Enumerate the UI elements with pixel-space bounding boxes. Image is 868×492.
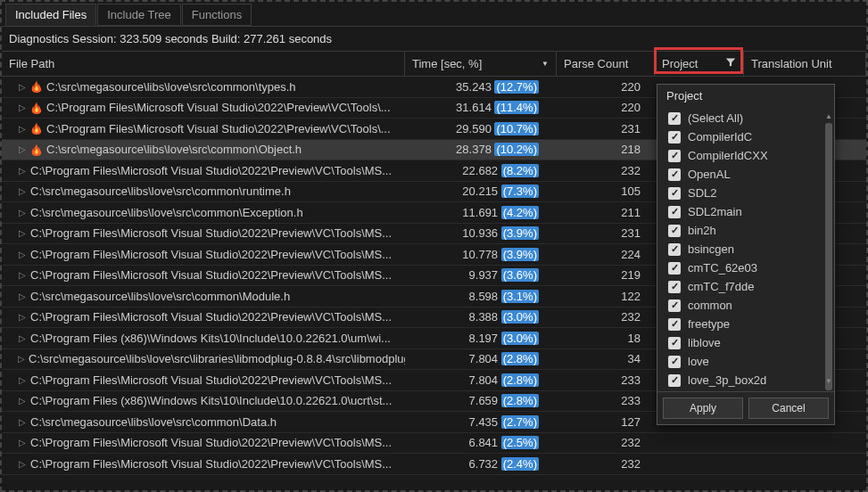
- filter-item-label: liblove: [688, 336, 721, 349]
- checkbox-icon[interactable]: ✓: [668, 225, 681, 237]
- cell-time: 8.388 (3.0%): [405, 308, 557, 325]
- filter-item[interactable]: ✓(Select All): [663, 109, 829, 127]
- checkbox-icon[interactable]: ✓: [668, 112, 681, 125]
- cell-time: 22.682 (8.2%): [405, 162, 557, 179]
- cell-path: ▷C:\Program Files\Microsoft Visual Studi…: [2, 455, 405, 472]
- filter-item[interactable]: ✓bsincgen: [663, 240, 829, 258]
- pct-badge: (2.4%): [501, 457, 539, 471]
- expand-icon[interactable]: ▷: [18, 313, 27, 322]
- pct-badge: (10.2%): [494, 143, 539, 156]
- cell-path: ▷C:\Program Files (x86)\Windows Kits\10\…: [2, 392, 405, 409]
- pct-badge: (3.0%): [501, 310, 539, 324]
- expand-icon[interactable]: ▷: [18, 291, 27, 300]
- file-path-text: C:\Program Files\Microsoft Visual Studio…: [30, 226, 392, 240]
- col-header-parse[interactable]: Parse Count: [557, 52, 655, 76]
- cell-time: 6.732 (2.4%): [405, 455, 557, 472]
- checkbox-icon[interactable]: ✓: [668, 337, 681, 349]
- filter-item[interactable]: ✓love: [663, 352, 829, 371]
- filter-item[interactable]: ✓CompilerIdCXX: [663, 146, 829, 165]
- checkbox-icon[interactable]: ✓: [668, 243, 681, 256]
- expand-icon[interactable]: ▷: [18, 166, 27, 175]
- filter-item[interactable]: ✓common: [663, 296, 829, 315]
- filter-item[interactable]: ✓liblove: [663, 333, 829, 352]
- expand-icon[interactable]: ▷: [18, 187, 27, 196]
- filter-item[interactable]: ✓SDL2main: [663, 202, 829, 221]
- pct-badge: (11.4%): [494, 101, 539, 114]
- scroll-down-icon[interactable]: ▼: [825, 377, 832, 386]
- expand-icon[interactable]: ▷: [18, 417, 27, 426]
- cell-parse: 220: [557, 99, 655, 116]
- tab-included-files[interactable]: Included Files: [5, 4, 96, 26]
- cell-path: ▷C:\src\megasource\libs\love\src\common\…: [2, 141, 405, 158]
- filter-item[interactable]: ✓love_3p_box2d: [663, 371, 829, 390]
- expand-icon[interactable]: ▷: [18, 439, 27, 447]
- file-path-text: C:\Program Files (x86)\Windows Kits\10\I…: [30, 394, 392, 407]
- filter-item-label: cmTC_f7dde: [688, 280, 754, 293]
- checkbox-icon[interactable]: ✓: [668, 356, 681, 368]
- sort-desc-icon: ▼: [541, 60, 549, 68]
- expand-icon[interactable]: ▷: [18, 459, 27, 468]
- col-header-time[interactable]: Time [sec, %]▼: [405, 52, 557, 76]
- filter-item[interactable]: ✓CompilerIdC: [663, 127, 829, 146]
- expand-icon[interactable]: ▷: [18, 82, 27, 91]
- scroll-up-icon[interactable]: ▲: [825, 112, 832, 121]
- checkbox-icon[interactable]: ✓: [668, 281, 681, 293]
- filter-item[interactable]: ✓OpenAL: [663, 165, 829, 184]
- file-path-text: C:\Program Files\Microsoft Visual Studio…: [46, 122, 391, 135]
- file-path-text: C:\Program Files\Microsoft Visual Studio…: [30, 457, 392, 471]
- expand-icon[interactable]: ▷: [18, 271, 27, 280]
- expand-icon[interactable]: ▷: [18, 208, 27, 217]
- file-path-text: C:\Program Files (x86)\Windows Kits\10\I…: [30, 332, 391, 345]
- checkbox-icon[interactable]: ✓: [668, 262, 681, 275]
- pct-badge: (8.2%): [501, 164, 539, 177]
- col-header-path[interactable]: File Path: [2, 52, 405, 76]
- checkbox-icon[interactable]: ✓: [668, 150, 681, 162]
- cell-time: 28.378 (10.2%): [405, 141, 557, 158]
- cell-time: 11.691 (4.2%): [405, 204, 557, 221]
- filter-item[interactable]: ✓cmTC_62e03: [663, 258, 829, 277]
- filter-item[interactable]: ✓bin2h: [663, 221, 829, 240]
- apply-button[interactable]: Apply: [663, 398, 743, 419]
- table-row[interactable]: ▷C:\Program Files\Microsoft Visual Studi…: [2, 454, 866, 475]
- checkbox-icon[interactable]: ✓: [668, 374, 681, 387]
- expand-icon[interactable]: ▷: [18, 229, 27, 238]
- cell-time: 7.804 (2.8%): [405, 350, 557, 367]
- table-row[interactable]: ▷C:\Program Files\Microsoft Visual Studi…: [2, 433, 866, 455]
- expand-icon[interactable]: ▷: [18, 145, 27, 154]
- filter-item-label: SDL2main: [688, 205, 742, 218]
- tab-include-tree[interactable]: Include Tree: [97, 4, 181, 26]
- pct-badge: (2.8%): [501, 394, 539, 407]
- checkbox-icon[interactable]: ✓: [668, 131, 681, 144]
- filter-icon[interactable]: [725, 57, 736, 70]
- tab-functions[interactable]: Functions: [182, 4, 252, 26]
- expand-icon[interactable]: ▷: [18, 355, 25, 364]
- checkbox-icon[interactable]: ✓: [668, 318, 681, 331]
- filter-item[interactable]: ✓cmTC_f7dde: [663, 277, 829, 296]
- scrollbar[interactable]: ▲ ▼: [825, 112, 832, 386]
- file-path-text: C:\Program Files\Microsoft Visual Studio…: [30, 310, 392, 324]
- filter-item[interactable]: ✓freetype: [663, 315, 829, 333]
- checkbox-icon[interactable]: ✓: [668, 187, 681, 200]
- cell-time: 7.435 (2.7%): [405, 414, 557, 430]
- filter-item[interactable]: ✓SDL2: [663, 184, 829, 202]
- expand-icon[interactable]: ▷: [18, 124, 27, 133]
- expand-icon[interactable]: ▷: [18, 333, 27, 342]
- cancel-button[interactable]: Cancel: [748, 398, 829, 419]
- flame-icon: [30, 102, 43, 114]
- checkbox-icon[interactable]: ✓: [668, 299, 681, 312]
- expand-icon[interactable]: ▷: [18, 250, 27, 258]
- file-path-text: C:\Program Files\Microsoft Visual Studio…: [30, 373, 392, 387]
- expand-icon[interactable]: ▷: [18, 103, 27, 112]
- file-path-text: C:\src\megasource\libs\love\src\common\M…: [30, 290, 290, 303]
- expand-icon[interactable]: ▷: [18, 397, 27, 406]
- file-path-text: C:\Program Files\Microsoft Visual Studio…: [30, 436, 392, 449]
- cell-path: ▷C:\src\megasource\libs\love\src\common\…: [2, 183, 405, 200]
- expand-icon[interactable]: ▷: [18, 375, 27, 384]
- scroll-thumb[interactable]: [825, 123, 832, 390]
- checkbox-icon[interactable]: ✓: [668, 168, 681, 181]
- cell-parse: 231: [557, 120, 655, 137]
- col-header-project[interactable]: Project: [655, 52, 744, 76]
- cell-parse: 231: [557, 225, 655, 242]
- col-header-translation[interactable]: Translation Unit: [744, 52, 866, 76]
- checkbox-icon[interactable]: ✓: [668, 206, 681, 218]
